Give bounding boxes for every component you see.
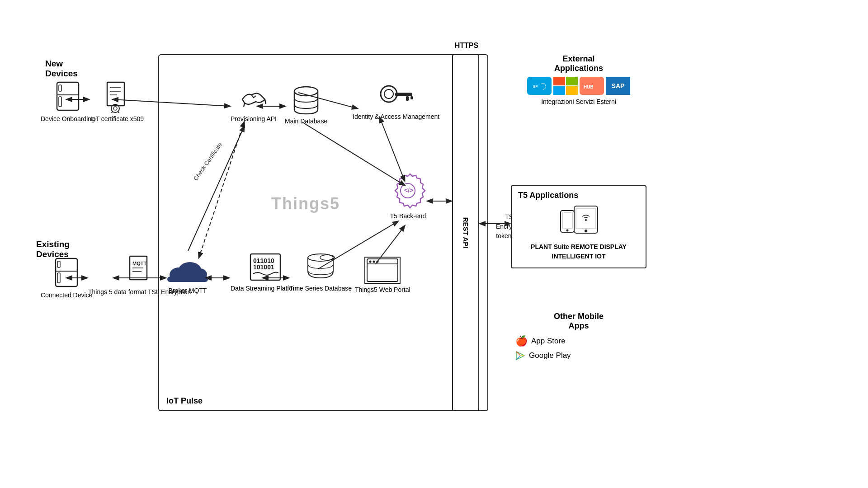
svg-text:101001: 101001: [253, 263, 274, 271]
svg-point-27: [384, 89, 393, 99]
ext-apps-title: External Applications: [515, 54, 642, 73]
svg-rect-12: [56, 258, 77, 286]
svg-text:</>: </>: [404, 187, 413, 194]
svg-rect-36: [367, 259, 398, 282]
web-portal-label: Things5 Web Portal: [355, 286, 410, 294]
svg-rect-15: [57, 273, 60, 283]
svg-point-9: [113, 107, 117, 110]
svg-rect-2: [59, 85, 61, 91]
connected-fridge-icon: [54, 258, 79, 289]
identity-access-node: Identity & Access Management: [353, 81, 439, 121]
key-icon: [378, 81, 414, 111]
svg-rect-28: [395, 93, 412, 96]
main-database-node: Main Database: [285, 86, 327, 125]
other-mobile-title: Other Mobile Apps: [515, 312, 642, 331]
https-label: HTTPS: [453, 42, 480, 50]
t5-device-icon: [518, 204, 639, 240]
web-portal-node: Things5 Web Portal: [355, 257, 410, 294]
main-database-label: Main Database: [285, 117, 327, 125]
svg-point-38: [369, 261, 372, 263]
svg-text:SF: SF: [533, 84, 538, 89]
svg-rect-0: [57, 82, 79, 110]
ext-sub-label: Integrazioni Servizi Esterni: [515, 98, 642, 107]
web-portal-icon: [364, 257, 401, 284]
svg-rect-50: [562, 213, 572, 228]
time-series-db-label: Time Series Database: [289, 284, 352, 292]
google-play-label: Google Play: [529, 351, 571, 360]
identity-access-label: Identity & Access Management: [353, 113, 439, 121]
provisioning-api-label: Provisioning API: [231, 115, 277, 123]
rest-api-label: REST API: [462, 217, 470, 249]
external-apps-section: External Applications SF HUB: [515, 54, 642, 107]
https-box: HTTPS REST API: [452, 54, 479, 411]
t5-backend-label: T5 Back-end: [390, 212, 426, 220]
t5-apps-title: T5 Applications: [518, 191, 639, 200]
time-series-icon: [305, 253, 336, 282]
salesforce-logo: SF: [527, 77, 552, 95]
sap-logo: SAP: [606, 77, 630, 95]
handshake-icon: [240, 86, 267, 113]
svg-point-25: [294, 87, 318, 96]
hubspot-logo: HUB: [580, 77, 604, 95]
gear-icon: </>: [389, 172, 427, 210]
new-devices-label: New Devices: [45, 59, 78, 79]
svg-rect-30: [410, 96, 413, 99]
main-db-icon: [292, 86, 320, 115]
svg-point-35: [320, 255, 335, 260]
broker-mqtt-label: Broker MQTT: [169, 286, 207, 295]
google-play-icon: [515, 351, 525, 361]
svg-point-39: [373, 261, 375, 263]
streaming-icon: 011010 101001: [250, 253, 281, 282]
cert-icon: [105, 81, 129, 113]
app-store-row: 🍎 App Store: [515, 335, 642, 347]
svg-point-51: [566, 230, 569, 232]
connected-device-node: Connected Device: [41, 258, 92, 299]
fridge-icon: [55, 81, 80, 113]
svg-text:HUB: HUB: [584, 84, 594, 89]
svg-rect-4: [107, 82, 124, 106]
iot-pulse-label: IoT Pulse: [166, 396, 203, 406]
t5-backend-node: </> T5 Back-end: [389, 172, 427, 220]
other-mobile-apps-section: Other Mobile Apps 🍎 App Store Google Pla…: [515, 312, 642, 364]
svg-line-10: [111, 112, 113, 113]
broker-mqtt-node: Broker MQTT: [167, 253, 208, 295]
mqtt-doc-icon: MQTT: [128, 255, 151, 286]
svg-point-48: [585, 230, 587, 232]
svg-point-26: [381, 86, 397, 102]
cloud-icon: [167, 253, 208, 285]
device-onboarding-label: Device Onboarding: [41, 115, 95, 123]
microsoft-logo: [553, 77, 578, 95]
svg-text:MQTT: MQTT: [132, 261, 146, 266]
svg-rect-3: [59, 97, 61, 107]
diagram-container: IoT Pulse HTTPS REST API New Devices Exi…: [18, 18, 850, 470]
svg-point-40: [377, 261, 379, 263]
existing-devices-label: Existing Devices: [36, 239, 70, 259]
google-play-row: Google Play: [515, 351, 642, 361]
device-onboarding-node: Device Onboarding: [41, 81, 95, 123]
apple-icon: 🍎: [515, 335, 528, 347]
time-series-db-node: Time Series Database: [289, 253, 352, 292]
svg-rect-29: [406, 96, 409, 101]
t5-apps-box: T5 Applications PLANT Suite REMOTE DISPL…: [511, 185, 646, 268]
t5-sub-label: PLANT Suite REMOTE DISPLAY INTELLIGENT I…: [518, 242, 639, 261]
iot-cert-node: IoT certificate x509: [90, 81, 144, 123]
svg-rect-24: [167, 277, 208, 282]
app-store-label: App Store: [531, 337, 566, 346]
svg-rect-47: [576, 208, 596, 228]
ext-logos: SF HUB SAP: [515, 77, 642, 95]
iot-cert-label: IoT certificate x509: [90, 115, 144, 123]
connected-device-label: Connected Device: [41, 291, 92, 299]
svg-point-52: [585, 219, 587, 221]
svg-rect-14: [57, 261, 60, 267]
provisioning-api-node: Provisioning API: [231, 86, 277, 123]
svg-line-11: [118, 112, 120, 113]
